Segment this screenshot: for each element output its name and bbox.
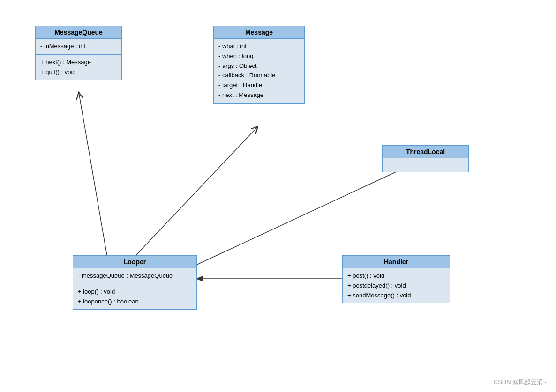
class-messagequeue-fields: - mMessage : int [36, 39, 121, 55]
class-threadlocal-title: ThreadLocal [383, 146, 468, 158]
class-looper-methods: + loop() : void+ looponce() : boolean [73, 284, 196, 310]
diagram-container: MessageQueue - mMessage : int + next() :… [0, 0, 556, 392]
class-looper-fields: - messageQueue : MessageQueue [73, 268, 196, 284]
class-message-title: Message [214, 26, 304, 39]
class-message: Message - what : int - when : long - arg… [213, 26, 305, 104]
class-message-fields: - what : int - when : long - args : Obje… [214, 39, 304, 103]
class-looper-title: Looper [73, 256, 196, 268]
class-handler-title: Handler [343, 256, 450, 268]
class-threadlocal: ThreadLocal [382, 145, 469, 172]
watermark: CSDN @风起云涌~ [494, 378, 547, 386]
svg-line-1 [79, 92, 107, 255]
class-messagequeue-title: MessageQueue [36, 26, 121, 39]
svg-line-3 [197, 169, 403, 265]
svg-line-2 [136, 126, 258, 255]
class-looper: Looper - messageQueue : MessageQueue + l… [73, 255, 197, 310]
class-messagequeue: MessageQueue - mMessage : int + next() :… [35, 26, 122, 80]
class-threadlocal-empty [383, 158, 468, 172]
class-handler: Handler + post() : void+ postdelayed() :… [342, 255, 450, 303]
class-handler-methods: + post() : void+ postdelayed() : void+ s… [343, 268, 450, 303]
class-messagequeue-methods: + next() : Message+ quit() : void [36, 55, 121, 80]
